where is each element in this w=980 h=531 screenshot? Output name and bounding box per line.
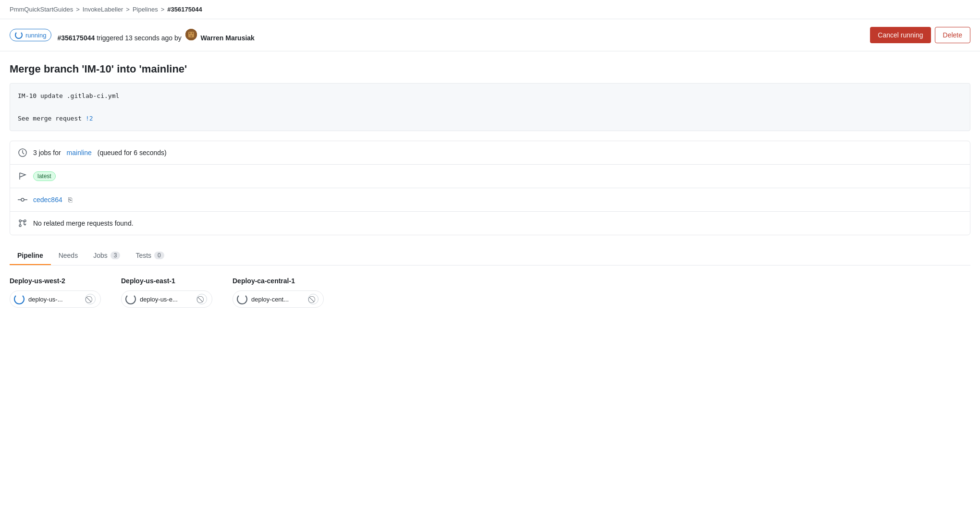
breadcrumb-separator-1: > bbox=[76, 6, 80, 13]
commit-message-line2: See merge request !2 bbox=[18, 113, 962, 124]
user-avatar-icon bbox=[185, 29, 197, 40]
latest-badge-row: latest bbox=[10, 165, 970, 188]
stage-title-ca-central-1: Deploy-ca-central-1 bbox=[233, 277, 329, 285]
running-spinner-icon bbox=[15, 31, 23, 39]
no-mr-row: No related merge requests found. bbox=[10, 212, 970, 235]
job-cancel-button-ca-central-1[interactable]: ⃠ bbox=[308, 294, 318, 304]
job-name-us-east-1: deploy-us-e... bbox=[140, 296, 193, 303]
svg-point-10 bbox=[24, 220, 26, 222]
job-item-us-east-1[interactable]: deploy-us-e... ⃠ bbox=[121, 290, 212, 308]
job-item-ca-central-1[interactable]: deploy-cent... ⃠ bbox=[233, 290, 324, 308]
commit-title: Merge branch 'IM-10' into 'mainline' bbox=[10, 63, 970, 75]
commit-hash-link[interactable]: cedec864 bbox=[33, 196, 62, 204]
svg-point-9 bbox=[19, 220, 21, 222]
job-name-us-west-2: deploy-us-... bbox=[28, 296, 81, 303]
header-actions: Cancel running Delete bbox=[870, 27, 970, 43]
breadcrumb-item-org[interactable]: PmmQuickStartGuides bbox=[10, 6, 73, 13]
breadcrumb-item-current: #356175044 bbox=[167, 6, 202, 13]
main-content: Merge branch 'IM-10' into 'mainline' IM-… bbox=[0, 51, 980, 319]
svg-point-4 bbox=[190, 35, 192, 36]
breadcrumb: PmmQuickStartGuides > InvokeLabeller > P… bbox=[0, 0, 980, 19]
no-mr-text: No related merge requests found. bbox=[33, 219, 134, 227]
status-label: running bbox=[25, 32, 46, 39]
job-cancel-button-us-east-1[interactable]: ⃠ bbox=[196, 294, 207, 304]
cancel-running-button[interactable]: Cancel running bbox=[870, 27, 931, 43]
pipeline-id: #356175044 bbox=[57, 34, 95, 42]
jobs-count-badge: 3 bbox=[110, 252, 121, 259]
clock-icon bbox=[18, 148, 27, 157]
commit-hash-row: cedec864 ⎘ bbox=[10, 188, 970, 212]
tests-count-badge: 0 bbox=[154, 252, 164, 259]
breadcrumb-item-pipelines[interactable]: Pipelines bbox=[133, 6, 158, 13]
breadcrumb-separator-3: > bbox=[161, 6, 165, 13]
jobs-info-row: 3 jobs for mainline (queued for 6 second… bbox=[10, 141, 970, 165]
svg-point-2 bbox=[189, 32, 190, 34]
job-name-ca-central-1: deploy-cent... bbox=[251, 296, 304, 303]
tab-needs[interactable]: Needs bbox=[51, 247, 86, 265]
tab-jobs[interactable]: Jobs 3 bbox=[86, 247, 128, 265]
job-running-spinner bbox=[14, 294, 24, 304]
stage-deploy-ca-central-1: Deploy-ca-central-1 deploy-cent... ⃠ bbox=[233, 277, 329, 308]
svg-point-11 bbox=[19, 225, 21, 227]
merge-request-icon bbox=[18, 218, 27, 228]
job-cancel-button-us-west-2[interactable]: ⃠ bbox=[85, 294, 96, 304]
stage-deploy-us-west-2: Deploy-us-west-2 deploy-us-... ⃠ bbox=[10, 277, 106, 308]
breadcrumb-separator-2: > bbox=[126, 6, 130, 13]
tab-tests[interactable]: Tests 0 bbox=[128, 247, 172, 265]
avatar bbox=[185, 29, 197, 40]
tab-bar: Pipeline Needs Jobs 3 Tests 0 bbox=[10, 247, 970, 266]
stage-title-us-east-1: Deploy-us-east-1 bbox=[121, 277, 217, 285]
pipeline-trigger-text: triggered 13 seconds ago by bbox=[97, 34, 184, 42]
status-badge: running bbox=[10, 29, 51, 41]
pipeline-header: running #356175044 triggered 13 seconds … bbox=[0, 19, 980, 51]
queued-text: (queued for 6 seconds) bbox=[98, 149, 167, 157]
job-item-us-west-2[interactable]: deploy-us-... ⃠ bbox=[10, 290, 101, 308]
branch-link[interactable]: mainline bbox=[67, 149, 92, 157]
job-pending-icon-2 bbox=[237, 294, 247, 304]
commit-icon bbox=[18, 195, 27, 205]
svg-point-6 bbox=[21, 198, 24, 201]
info-card: 3 jobs for mainline (queued for 6 second… bbox=[10, 141, 970, 235]
latest-badge: latest bbox=[33, 171, 56, 181]
pipeline-info: #356175044 triggered 13 seconds ago by W… bbox=[57, 29, 864, 42]
pipeline-author: Warren Marusiak bbox=[201, 34, 255, 42]
merge-request-link[interactable]: !2 bbox=[86, 115, 93, 122]
stage-deploy-us-east-1: Deploy-us-east-1 deploy-us-e... ⃠ bbox=[121, 277, 217, 308]
pipeline-stages: Deploy-us-west-2 deploy-us-... ⃠ Deploy-… bbox=[10, 277, 970, 319]
job-pending-icon bbox=[125, 294, 136, 304]
breadcrumb-item-project[interactable]: InvokeLabeller bbox=[83, 6, 123, 13]
commit-message-line1: IM-10 update .gitlab-ci.yml bbox=[18, 90, 962, 101]
stage-title-us-west-2: Deploy-us-west-2 bbox=[10, 277, 106, 285]
jobs-count-text: 3 jobs for bbox=[33, 149, 61, 157]
flag-icon bbox=[18, 171, 27, 181]
delete-button[interactable]: Delete bbox=[935, 27, 970, 43]
copy-icon[interactable]: ⎘ bbox=[68, 196, 72, 204]
commit-message-box: IM-10 update .gitlab-ci.yml See merge re… bbox=[10, 83, 970, 131]
svg-point-3 bbox=[192, 32, 193, 34]
tab-pipeline[interactable]: Pipeline bbox=[10, 247, 51, 265]
